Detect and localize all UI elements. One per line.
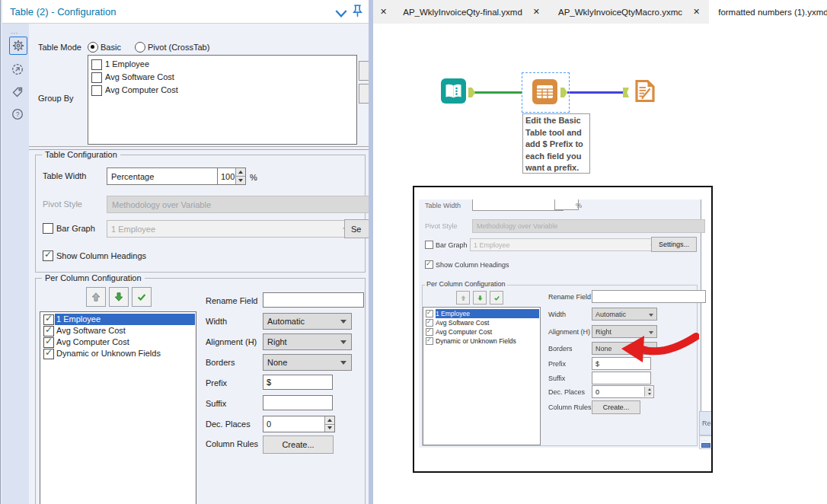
collapse-chevron-icon[interactable] <box>335 8 347 20</box>
connection-table-to-render[interactable] <box>567 91 624 94</box>
ss-show-column-headings-label: Show Column Headings <box>436 261 509 269</box>
per-column-item[interactable]: Avg Computer Cost <box>41 337 195 348</box>
spin-down-button[interactable] <box>236 177 245 184</box>
table-width-spinner[interactable]: 100 <box>217 167 246 185</box>
connection-input-to-table[interactable] <box>472 91 522 94</box>
per-column-checkbox[interactable] <box>43 314 54 325</box>
group-by-listbox[interactable]: 1 Employee Avg Software Cost Avg Compute… <box>88 55 357 145</box>
screenshot-inset-image[interactable]: Table Width % Pivot Style Methodology ov… <box>413 186 713 473</box>
per-column-item[interactable]: Dynamic or Unknown Fields <box>41 348 195 359</box>
table-width-dropdown[interactable]: Percentage <box>107 167 232 185</box>
ss-rename-field-label: Rename Field <box>548 293 591 301</box>
navigation-icon[interactable] <box>9 61 26 78</box>
table-mode-pivot-radio[interactable] <box>135 42 145 53</box>
tab-formatted-numbers-active[interactable]: formatted numbers (1).yxmd <box>709 0 827 24</box>
tool-annotation[interactable]: Edit the Basic Table tool and add $ Pref… <box>522 113 590 174</box>
move-up-button[interactable] <box>86 287 106 307</box>
basic-table-tool-icon[interactable] <box>532 78 558 105</box>
help-icon[interactable]: ? <box>9 106 26 123</box>
ss-dec-places-label: Dec. Places <box>548 388 585 396</box>
spin-up-button[interactable] <box>325 416 334 425</box>
ss-borders-label: Borders <box>548 345 573 352</box>
width-dropdown[interactable]: Automatic <box>263 313 352 330</box>
dec-places-spinner[interactable]: 0 <box>263 416 335 432</box>
prefix-label: Prefix <box>206 378 227 388</box>
ss-dec-places-spinner: 0 <box>592 385 654 398</box>
close-icon[interactable]: ✕ <box>380 7 387 17</box>
bar-graph-checkbox[interactable] <box>43 223 53 234</box>
prefix-input[interactable] <box>263 375 333 390</box>
per-column-checkbox[interactable] <box>43 337 54 348</box>
borders-dropdown[interactable]: None <box>263 354 352 371</box>
close-icon[interactable]: ✕ <box>693 7 700 17</box>
pin-icon[interactable] <box>351 4 364 18</box>
table-mode-label: Table Mode <box>38 43 81 52</box>
table-configuration-legend: Table Configuration <box>42 150 120 159</box>
ss-per-column-legend: Per Column Configuration <box>425 280 507 288</box>
ss-prefix-label: Prefix <box>548 360 566 368</box>
configuration-content: Table Mode Basic Pivot (CrossTab) Group … <box>29 24 369 504</box>
tab-label[interactable]: formatted numbers (1).yxmd <box>718 8 827 17</box>
column-rules-create-button[interactable]: Create... <box>263 435 334 454</box>
per-column-listbox[interactable]: 1 Employee Avg Software Cost Avg Compute… <box>40 311 196 504</box>
show-column-headings-label: Show Column Headings <box>56 251 146 260</box>
panel-header: Table (2) - Configuration <box>2 0 369 24</box>
clipped-tab-close[interactable]: ✕ <box>373 0 394 24</box>
tab-workflow-final[interactable]: AP_WklyInvoiceQty-final.yxmd ✕ <box>394 0 549 24</box>
ss-bar-graph-label: Bar Graph <box>436 241 468 249</box>
table-width-unit: % <box>250 173 257 182</box>
per-column-checkbox[interactable] <box>43 349 54 359</box>
render-tool-icon[interactable] <box>631 78 658 104</box>
spin-down-button[interactable] <box>325 425 334 432</box>
tab-label[interactable]: AP_WklyInvoiceQtyMacro.yxmc <box>558 8 682 17</box>
input-anchor[interactable] <box>623 88 629 97</box>
spin-up-button[interactable] <box>236 168 245 177</box>
suffix-input[interactable] <box>263 395 333 410</box>
group-by-item[interactable]: Avg Computer Cost <box>105 85 178 94</box>
tab-label[interactable]: AP_WklyInvoiceQty-final.yxmd <box>403 8 522 17</box>
ss-table-width-label: Table Width <box>425 202 461 209</box>
settings-button-clipped[interactable]: Se <box>344 219 369 238</box>
alignment-label: Alignment (H) <box>206 337 257 346</box>
input-data-tool-icon[interactable] <box>440 78 467 104</box>
group-by-checkbox[interactable] <box>91 59 102 70</box>
alignment-dropdown[interactable]: Right <box>263 333 352 350</box>
show-column-headings-checkbox[interactable] <box>43 250 53 261</box>
annotation-tag-icon[interactable] <box>9 84 26 100</box>
document-tab-bar: ✕ AP_WklyInvoiceQty-final.yxmd ✕ AP_Wkly… <box>373 0 827 24</box>
table-mode-basic-label: Basic <box>101 43 121 52</box>
rename-field-input[interactable] <box>263 292 364 308</box>
per-column-item[interactable]: 1 Employee <box>41 314 195 325</box>
pivot-style-field: Methodology over Variable <box>107 196 369 213</box>
per-column-item[interactable]: Avg Software Cost <box>41 325 195 337</box>
table-mode-basic-radio[interactable] <box>88 42 98 53</box>
ss-suffix-input <box>592 372 651 384</box>
clipped-button[interactable] <box>359 84 369 104</box>
group-by-checkbox[interactable] <box>91 72 102 83</box>
group-by-item[interactable]: Avg Software Cost <box>105 72 174 81</box>
ss-width-label: Width <box>548 311 566 318</box>
output-anchor[interactable] <box>468 88 475 97</box>
ss-per-column-listbox: 1 Employee Avg Software Cost Avg Compute… <box>423 307 541 445</box>
group-by-checkbox[interactable] <box>91 85 102 96</box>
close-icon[interactable]: ✕ <box>533 7 540 17</box>
tab-workflow-macro[interactable]: AP_WklyInvoiceQtyMacro.yxmc ✕ <box>549 0 709 24</box>
table-width-label: Table Width <box>43 171 86 180</box>
workflow-canvas[interactable]: Edit the Basic Table tool and add $ Pref… <box>373 24 827 504</box>
ss-select-all-button <box>490 291 503 305</box>
clipped-button[interactable] <box>359 61 369 81</box>
move-down-button[interactable] <box>109 287 129 307</box>
ss-width-dropdown: Automatic <box>592 308 657 321</box>
ss-show-column-headings-checkbox <box>425 260 433 269</box>
ss-bar-graph-checkbox <box>425 241 433 249</box>
ss-results-panel-fragment: Re <box>699 411 713 435</box>
select-all-button[interactable] <box>132 287 152 307</box>
per-column-checkbox[interactable] <box>43 326 54 337</box>
ss-suffix-label: Suffix <box>548 375 565 382</box>
configuration-tab-gear-icon[interactable] <box>9 37 27 55</box>
table-mode-pivot-label: Pivot (CrossTab) <box>148 43 209 52</box>
ss-table-width-unit: % <box>576 202 582 209</box>
rename-field-label: Rename Field <box>206 296 257 305</box>
group-by-item[interactable]: 1 Employee <box>105 59 149 69</box>
group-by-label: Group By <box>38 94 73 103</box>
